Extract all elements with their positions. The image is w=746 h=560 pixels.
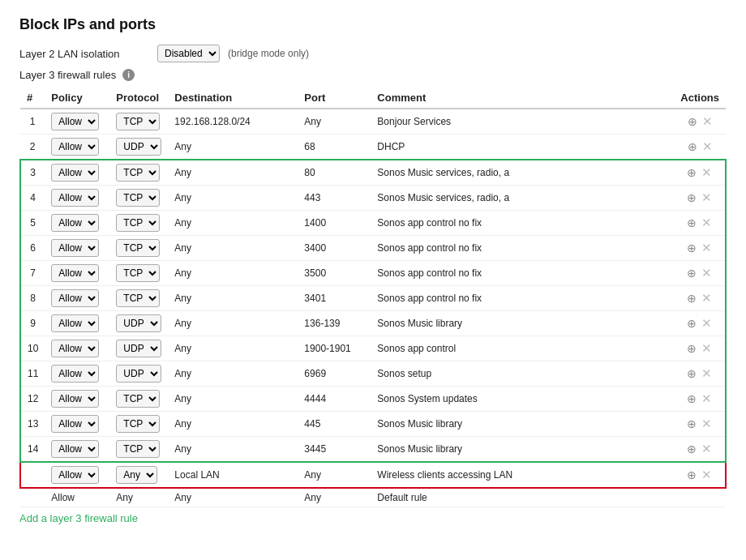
- cell-protocol[interactable]: TCP: [109, 286, 168, 311]
- delete-rule-button[interactable]: ✕: [699, 467, 714, 483]
- protocol-select[interactable]: TCP: [116, 164, 160, 182]
- cell-protocol[interactable]: TCP: [109, 109, 168, 135]
- drag-handle-button[interactable]: ⊕: [684, 190, 699, 205]
- cell-protocol[interactable]: Any: [109, 462, 168, 488]
- cell-protocol[interactable]: UDP: [109, 361, 168, 387]
- cell-protocol[interactable]: UDP: [109, 311, 168, 336]
- policy-select[interactable]: Allow: [51, 264, 99, 282]
- drag-handle-button[interactable]: ⊕: [684, 241, 699, 255]
- protocol-select[interactable]: TCP: [116, 189, 160, 207]
- delete-rule-button[interactable]: ✕: [699, 215, 714, 231]
- drag-handle-button[interactable]: ⊕: [684, 442, 699, 456]
- policy-select[interactable]: Allow: [51, 415, 99, 433]
- cell-policy[interactable]: Allow: [45, 109, 109, 135]
- drag-handle-button[interactable]: ⊕: [684, 341, 699, 356]
- delete-rule-button[interactable]: ✕: [699, 165, 714, 181]
- cell-port: 6969: [298, 361, 371, 387]
- drag-handle-button[interactable]: ⊕: [684, 316, 699, 331]
- policy-select[interactable]: Allow: [51, 138, 99, 156]
- delete-rule-button[interactable]: ✕: [699, 365, 714, 382]
- cell-policy[interactable]: Allow: [45, 236, 109, 261]
- cell-policy[interactable]: Allow: [45, 462, 109, 488]
- cell-protocol[interactable]: UDP: [109, 135, 168, 160]
- protocol-select[interactable]: UDP: [116, 314, 161, 332]
- policy-select[interactable]: Allow: [51, 390, 99, 408]
- cell-policy[interactable]: Allow: [45, 160, 109, 186]
- cell-policy[interactable]: Allow: [45, 311, 109, 336]
- policy-select[interactable]: Allow: [51, 239, 99, 257]
- policy-select[interactable]: Allow: [51, 365, 99, 383]
- cell-policy[interactable]: Allow: [45, 261, 109, 286]
- protocol-select[interactable]: TCP: [116, 390, 160, 408]
- delete-rule-button[interactable]: ✕: [699, 315, 714, 331]
- cell-policy[interactable]: Allow: [45, 135, 109, 160]
- protocol-select[interactable]: TCP: [116, 415, 160, 433]
- cell-policy[interactable]: Allow: [45, 186, 109, 211]
- drag-handle-button[interactable]: ⊕: [684, 391, 699, 406]
- drag-handle-button[interactable]: ⊕: [684, 266, 699, 280]
- cell-actions: ⊕✕: [674, 361, 726, 387]
- policy-select[interactable]: Allow: [51, 340, 99, 357]
- protocol-select[interactable]: UDP: [116, 138, 161, 156]
- delete-rule-button[interactable]: ✕: [700, 113, 715, 130]
- add-rule-link[interactable]: Add a layer 3 firewall rule: [19, 512, 138, 524]
- drag-handle-button[interactable]: ⊕: [685, 139, 700, 154]
- drag-handle-button[interactable]: ⊕: [684, 366, 699, 381]
- delete-rule-button[interactable]: ✕: [699, 340, 714, 357]
- protocol-select[interactable]: TCP: [116, 264, 160, 282]
- cell-policy[interactable]: Allow: [45, 437, 109, 463]
- protocol-select[interactable]: TCP: [116, 239, 160, 257]
- cell-protocol[interactable]: TCP: [109, 412, 168, 437]
- delete-rule-button[interactable]: ✕: [699, 240, 714, 256]
- drag-handle-button[interactable]: ⊕: [684, 417, 699, 431]
- protocol-select[interactable]: TCP: [116, 214, 160, 232]
- protocol-select[interactable]: TCP: [116, 440, 160, 458]
- delete-rule-button[interactable]: ✕: [699, 441, 714, 457]
- cell-protocol[interactable]: TCP: [109, 211, 168, 236]
- protocol-select[interactable]: Any: [116, 466, 157, 484]
- cell-protocol[interactable]: TCP: [109, 160, 168, 186]
- cell-protocol[interactable]: TCP: [109, 186, 168, 211]
- info-icon[interactable]: i: [122, 69, 135, 81]
- protocol-select[interactable]: UDP: [116, 365, 161, 383]
- delete-rule-button[interactable]: ✕: [699, 265, 714, 281]
- delete-rule-button[interactable]: ✕: [699, 190, 714, 206]
- drag-handle-button[interactable]: ⊕: [685, 114, 700, 129]
- policy-select[interactable]: Allow: [51, 314, 99, 332]
- protocol-select[interactable]: TCP: [116, 289, 160, 307]
- delete-rule-button[interactable]: ✕: [699, 416, 714, 432]
- protocol-select[interactable]: UDP: [116, 340, 161, 357]
- cell-num: 2: [20, 135, 45, 160]
- cell-protocol[interactable]: TCP: [109, 236, 168, 261]
- policy-select[interactable]: Allow: [51, 214, 99, 232]
- cell-protocol[interactable]: UDP: [109, 336, 168, 361]
- policy-select[interactable]: Allow: [51, 164, 99, 182]
- layer2-select[interactable]: Disabled Enabled: [157, 45, 220, 62]
- cell-policy[interactable]: Allow: [45, 387, 109, 412]
- drag-handle-button[interactable]: ⊕: [684, 468, 699, 482]
- delete-rule-button[interactable]: ✕: [700, 139, 715, 155]
- cell-policy[interactable]: Allow: [45, 336, 109, 361]
- cell-protocol[interactable]: TCP: [109, 387, 168, 412]
- policy-select[interactable]: Allow: [51, 113, 99, 130]
- delete-rule-button[interactable]: ✕: [699, 290, 714, 306]
- protocol-select[interactable]: TCP: [116, 113, 160, 130]
- cell-destination: Any: [168, 311, 298, 336]
- cell-policy[interactable]: Allow: [45, 286, 109, 311]
- policy-select[interactable]: Allow: [51, 289, 99, 307]
- drag-handle-button[interactable]: ⊕: [684, 165, 699, 180]
- cell-protocol[interactable]: TCP: [109, 261, 168, 286]
- cell-actions: ⊕✕: [674, 135, 726, 160]
- cell-policy[interactable]: Allow: [45, 211, 109, 236]
- policy-select[interactable]: Allow: [51, 466, 99, 484]
- cell-policy[interactable]: Allow: [45, 361, 109, 387]
- drag-handle-button[interactable]: ⊕: [684, 291, 699, 306]
- cell-protocol[interactable]: TCP: [109, 437, 168, 463]
- drag-handle-button[interactable]: ⊕: [684, 216, 699, 230]
- bridge-note: (bridge mode only): [228, 48, 309, 59]
- policy-select[interactable]: Allow: [51, 440, 99, 458]
- table-row: 5AllowTCPAny1400Sonos app control no fix…: [20, 211, 726, 236]
- cell-policy[interactable]: Allow: [45, 412, 109, 437]
- delete-rule-button[interactable]: ✕: [699, 391, 714, 407]
- policy-select[interactable]: Allow: [51, 189, 99, 207]
